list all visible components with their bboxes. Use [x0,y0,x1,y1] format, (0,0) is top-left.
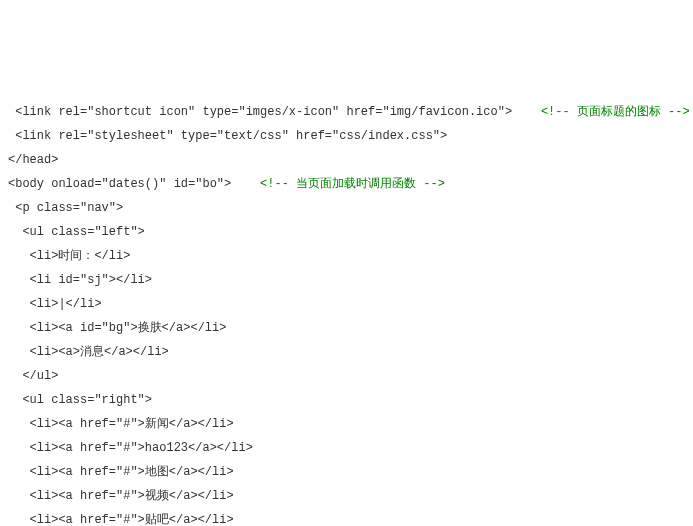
code-line: <link rel="stylesheet" type="text/css" h… [8,124,685,148]
code-text: </ul> [8,369,58,383]
code-text: </head> [8,153,58,167]
code-text: <li id="sj"></li> [8,273,152,287]
code-line: <link rel="shortcut icon" type="imges/x-… [8,100,685,124]
code-line: <li>|</li> [8,292,685,316]
code-line: <li><a>消息</a></li> [8,340,685,364]
code-line: <li><a id="bg">换肤</a></li> [8,316,685,340]
code-text: <li><a id="bg">换肤</a></li> [8,321,226,335]
code-line: <ul class="left"> [8,220,685,244]
code-line: <li><a href="#">hao123</a></li> [8,436,685,460]
code-line: <li><a href="#">视频</a></li> [8,484,685,508]
code-line: <p class="nav"> [8,196,685,220]
code-text: <li><a href="#">贴吧</a></li> [8,513,234,526]
code-text: <li><a href="#">地图</a></li> [8,465,234,479]
code-text: <li>时间：</li> [8,249,130,263]
code-text: <link rel="stylesheet" type="text/css" h… [8,129,447,143]
code-line: </ul> [8,364,685,388]
code-line: <li><a href="#">贴吧</a></li> [8,508,685,526]
code-line: <li id="sj"></li> [8,268,685,292]
code-line: <li><a href="#">地图</a></li> [8,460,685,484]
code-text: <ul class="left"> [8,225,145,239]
code-text: <li><a>消息</a></li> [8,345,169,359]
code-line: <li><a href="#">新闻</a></li> [8,412,685,436]
code-line: </head> [8,148,685,172]
code-text: <li><a href="#">新闻</a></li> [8,417,234,431]
code-text: <li>|</li> [8,297,102,311]
code-block: <link rel="shortcut icon" type="imges/x-… [8,100,685,526]
code-text: <ul class="right"> [8,393,152,407]
code-gap [512,105,541,119]
code-text: <body onload="dates()" id="bo"> [8,177,231,191]
code-line: <body onload="dates()" id="bo"> <!-- 当页面… [8,172,685,196]
code-comment: <!-- 当页面加载时调用函数 --> [260,177,445,191]
code-line: <li>时间：</li> [8,244,685,268]
code-text: <link rel="shortcut icon" type="imges/x-… [8,105,512,119]
code-text: <p class="nav"> [8,201,123,215]
code-line: <ul class="right"> [8,388,685,412]
code-text: <li><a href="#">视频</a></li> [8,489,234,503]
code-comment: <!-- 页面标题的图标 --> [541,105,690,119]
code-gap [231,177,260,191]
code-text: <li><a href="#">hao123</a></li> [8,441,253,455]
